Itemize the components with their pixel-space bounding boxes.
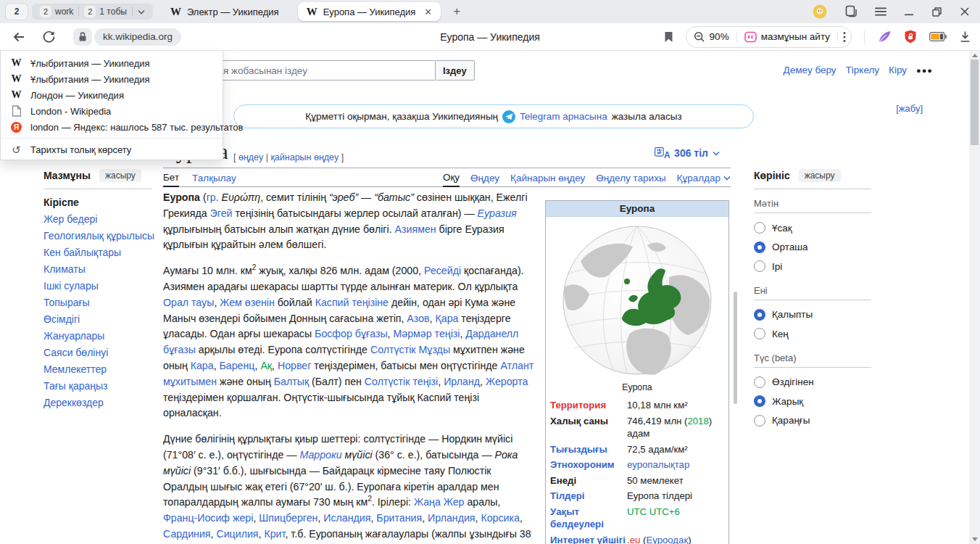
window-scrollbar[interactable] xyxy=(969,51,980,544)
appearance-option-ірі[interactable]: Ірі xyxy=(754,257,871,276)
suggestion-item[interactable]: WҰлыбритания — Уикипедия xyxy=(1,55,223,71)
downloads-icon[interactable] xyxy=(959,30,971,43)
extension-battery-icon[interactable] xyxy=(929,32,947,41)
infobox-label[interactable]: Тығыздығы xyxy=(550,443,627,456)
toc-item[interactable]: Жер бедері xyxy=(43,211,152,228)
appearance-option-қараңғы[interactable]: Қараңғы xyxy=(754,411,871,431)
wiki-link[interactable]: Еуроодақ xyxy=(646,535,688,544)
radio-selected-icon[interactable] xyxy=(754,395,765,407)
wiki-link[interactable]: Британия xyxy=(376,512,422,524)
toc-item[interactable]: Мемлекеттер xyxy=(43,361,152,378)
radio-selected-icon[interactable] xyxy=(754,309,765,321)
wiki-link[interactable]: Сицилия xyxy=(216,528,258,540)
wiki-link[interactable]: Корсика xyxy=(481,512,519,524)
wiki-link[interactable]: өңдеу xyxy=(238,152,263,162)
wiki-link[interactable]: Ресейді xyxy=(424,265,461,276)
wiki-link[interactable]: Кара xyxy=(191,360,214,371)
wiki-link[interactable]: қайнарын өңдеу xyxy=(270,152,339,162)
wiki-link[interactable]: Солтүстік Мұзды xyxy=(370,344,450,355)
wiki-link[interactable]: Марроки xyxy=(299,449,341,461)
new-tab-button[interactable]: + xyxy=(448,3,465,20)
menu-icon[interactable] xyxy=(875,7,886,17)
tab-group-work[interactable]: 2 work xyxy=(35,6,78,17)
wiki-link[interactable]: Солтүстік теңізі xyxy=(365,376,438,387)
tab-electr[interactable]: W Электр — Уикипедия xyxy=(162,1,288,22)
window-minimize-button[interactable] xyxy=(904,7,914,17)
appearance-option-қалыпты[interactable]: Қалыпты xyxy=(754,305,871,325)
register-link[interactable]: Тіркелу xyxy=(846,65,880,75)
europe-globe-map[interactable] xyxy=(546,217,728,380)
radio-icon[interactable] xyxy=(754,222,765,234)
wiki-link[interactable]: Шпицберген xyxy=(259,512,317,524)
toc-item[interactable]: Өсімдігі xyxy=(43,311,152,328)
appearance-option-өздігінен[interactable]: Өздігінен xyxy=(754,373,871,392)
toc-hide-button[interactable]: жасыру xyxy=(99,169,141,182)
bookmark-icon[interactable] xyxy=(664,31,673,43)
wiki-link[interactable]: Азов xyxy=(407,313,429,324)
content-scrollbar-thumb[interactable] xyxy=(734,292,737,404)
wiki-link[interactable]: Баренц xyxy=(220,360,255,371)
telegram-channel-link[interactable]: Telegram арнасына xyxy=(520,111,607,122)
wiki-link[interactable]: Орал тауы xyxy=(163,297,214,308)
profile-avatar[interactable] xyxy=(813,4,827,19)
toc-item[interactable]: Жануарлары xyxy=(43,328,152,345)
appearance-option-орташа[interactable]: Орташа xyxy=(754,238,871,257)
wiki-link[interactable]: Ақ xyxy=(260,360,272,371)
infobox-label[interactable]: Этнохороним xyxy=(550,458,627,471)
suggestion-item[interactable]: Яlondon — Яндекс: нашлось 587 тыс. резул… xyxy=(1,119,223,135)
article-tab-өңделу-тарихы[interactable]: Өңделу тарихы xyxy=(596,169,665,187)
back-icon[interactable] xyxy=(12,30,26,44)
wiki-link[interactable]: гр. xyxy=(207,191,219,203)
extension-feather-icon[interactable] xyxy=(877,30,892,44)
donate-link[interactable]: Демеу беру xyxy=(784,65,836,75)
banner-close-link[interactable]: [жабу] xyxy=(896,103,923,114)
tab-europa-active[interactable]: W Еуропа — Уикипедия ✕ xyxy=(298,2,441,21)
tab-groups-expand-button[interactable] xyxy=(133,9,150,15)
site-security-button[interactable] xyxy=(73,28,92,46)
appearance-hide-button[interactable]: жасыру xyxy=(799,169,841,182)
wiki-link[interactable]: Эгей xyxy=(210,207,233,219)
article-tab-оқу[interactable]: Оқу xyxy=(443,169,460,187)
article-tab-өңдеу[interactable]: Өңдеу xyxy=(470,169,499,187)
toc-item[interactable]: Тағы қараңыз xyxy=(43,378,152,395)
wiki-link[interactable]: Еуразия xyxy=(478,207,517,219)
toc-item[interactable]: Ішкі сулары xyxy=(43,278,152,294)
page-more-menu[interactable] xyxy=(838,31,851,43)
zoom-control[interactable]: 90% xyxy=(686,31,736,43)
tab-close-icon[interactable]: ✕ xyxy=(424,7,432,17)
wiki-link[interactable]: Ирланд xyxy=(444,376,480,387)
read-aloud-button[interactable]: мазмұнын айту xyxy=(737,31,837,43)
article-tab-талқылау[interactable]: Талқылау xyxy=(192,169,236,187)
toc-item[interactable]: Геологиялық құрылысы xyxy=(43,228,152,244)
suggestion-item[interactable]: London - Wikipedia xyxy=(1,103,223,119)
wiki-link[interactable]: Франц-Иосиф жері xyxy=(163,512,253,524)
radio-icon[interactable] xyxy=(754,328,765,339)
wiki-link[interactable]: Қара xyxy=(435,313,458,324)
wiki-link[interactable]: Крит xyxy=(264,528,285,540)
article-tab-қайнарын-өңдеу[interactable]: Қайнарын өңдеу xyxy=(510,169,585,187)
wiki-link[interactable]: Жаңа Жер xyxy=(414,496,465,508)
toc-item[interactable]: Топырағы xyxy=(43,294,152,311)
radio-icon[interactable] xyxy=(754,415,765,426)
tab-group-1toby[interactable]: 2 1 тобы xyxy=(79,6,132,17)
wiki-link[interactable]: Жерорта xyxy=(486,376,528,387)
scrollbar-down-arrow[interactable] xyxy=(972,537,978,541)
wiki-link[interactable]: еуропалықтар xyxy=(627,459,689,470)
wiki-link[interactable]: Босфор бұғазы xyxy=(315,328,388,339)
tab-group-active[interactable]: 2 xyxy=(6,4,28,20)
radio-icon[interactable] xyxy=(754,376,765,388)
toc-item[interactable]: Климаты xyxy=(43,261,152,278)
wiki-link[interactable]: Мәрмәр теңізі xyxy=(394,328,460,339)
toc-item[interactable]: Кен байлықтары xyxy=(43,244,152,261)
wiki-link[interactable]: Каспий теңізіне xyxy=(315,297,389,308)
wiki-link[interactable]: Исландия xyxy=(323,512,370,524)
wiki-link[interactable]: Сардиния xyxy=(163,528,211,540)
wiki-link[interactable]: Норвег xyxy=(278,360,311,371)
wiki-link[interactable]: UTC UTC+6 xyxy=(627,506,680,517)
infobox-label[interactable]: Интернет үйшігі xyxy=(550,534,627,544)
language-selector[interactable]: A 306 тіл xyxy=(655,147,720,159)
side-panel-icon[interactable] xyxy=(844,5,858,18)
appearance-option-ұсақ[interactable]: Ұсақ xyxy=(754,218,871,238)
infobox-label[interactable]: Территория xyxy=(550,399,627,412)
wiki-link[interactable]: Азиямен xyxy=(395,223,436,235)
